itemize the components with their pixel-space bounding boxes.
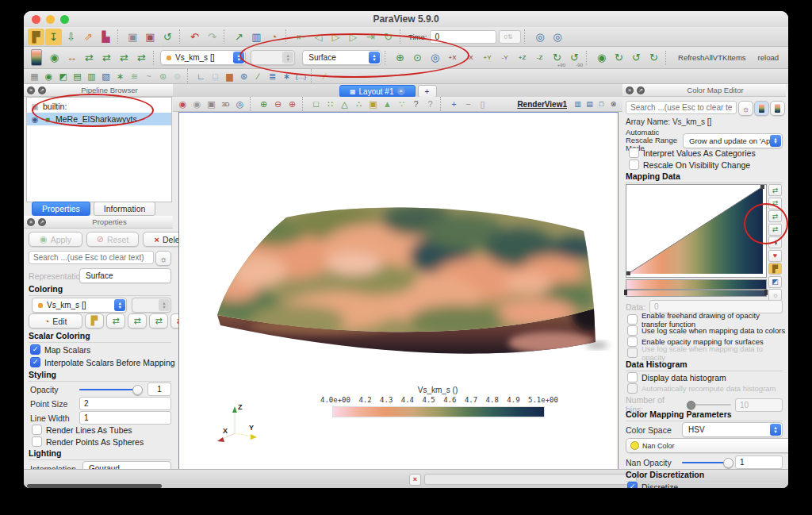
color-transfer-strip[interactable] (626, 279, 767, 290)
cme-search-input[interactable] (626, 101, 737, 114)
transfer-function-plot[interactable] (626, 184, 767, 278)
title-bar[interactable]: ParaView 5.9.0 (24, 11, 788, 28)
rescale-data-range-button[interactable]: ⇄ (106, 313, 125, 329)
probe-location-icon[interactable]: ∟ (194, 70, 208, 83)
zoom-to-data-icon[interactable]: ◎ (531, 29, 548, 45)
import-data-icon[interactable]: ⇩ (63, 29, 79, 45)
next-frame-icon[interactable]: ▷ (345, 29, 362, 45)
import-preset-icon[interactable]: ▛ (768, 263, 782, 275)
log-scale-colors-checkbox[interactable]: Use log scale when mapping data to color… (627, 325, 785, 336)
render-lines-tubes-checkbox[interactable]: Render Lines As Tubes (32, 425, 132, 435)
log-scale-opacity-checkbox[interactable]: Use log scale when mapping data to opaci… (627, 348, 786, 358)
group-datasets-icon[interactable]: ⊚ (156, 70, 170, 83)
reset-range-icon[interactable]: ↔ (63, 49, 80, 66)
save-data-icon[interactable]: ↧ (45, 29, 62, 45)
clip-icon[interactable]: ◩ (56, 70, 70, 83)
plot-over-time-icon[interactable]: ⊛ (237, 70, 251, 83)
bins-slider[interactable] (687, 400, 731, 409)
play-icon[interactable]: ▷ (327, 29, 344, 45)
set-view-minus-y-icon[interactable]: -Y (496, 49, 513, 66)
reset-camera-icon[interactable]: ⊕ (392, 49, 408, 66)
rescale-visible-range-icon[interactable]: ⇄ (768, 224, 782, 236)
previous-frame-icon[interactable]: ◁ (310, 29, 327, 45)
set-view-minus-z-icon[interactable]: -Z (531, 49, 548, 66)
contour-icon[interactable]: ◉ (42, 70, 56, 83)
first-frame-icon[interactable]: ⇤ (293, 29, 309, 45)
edit-colormap-icon[interactable] (770, 101, 785, 116)
representation-dropdown[interactable]: Surface ▲▼ (302, 50, 381, 65)
connect-server-icon[interactable]: ▣ (124, 29, 141, 45)
rescale-temporal-range-icon[interactable]: ⇄ (768, 210, 782, 222)
close-tab-icon[interactable]: × (397, 87, 405, 95)
pipeline-item-builtin[interactable]: ▣ builtin: (27, 100, 171, 113)
zoom-to-box-icon[interactable]: ◎ (427, 49, 443, 66)
source-icon[interactable]: ↗ (231, 29, 247, 45)
edit-color-map-button[interactable]: ◔Edit (29, 313, 82, 329)
select-cells-poly-icon[interactable]: △ (338, 98, 351, 111)
manage-presets-icon[interactable]: ◩ (768, 276, 782, 288)
undo-icon[interactable]: ↶ (186, 29, 203, 45)
split-vertical-icon[interactable]: ▤ (584, 98, 596, 110)
glyph-icon[interactable]: ∗ (113, 70, 127, 83)
display-histogram-checkbox[interactable]: Display data histogram (627, 372, 726, 382)
extract-selection-icon[interactable]: □ (209, 70, 222, 83)
choose-preset-button[interactable]: ▛ (85, 313, 104, 329)
add-annotation-icon[interactable]: + (447, 98, 461, 111)
frame-stepper[interactable]: 0⇅ (499, 30, 521, 44)
rescale-data-range-icon[interactable]: ⇄ (81, 49, 98, 66)
set-view-minus-x-icon[interactable]: -X (462, 49, 478, 66)
hover-cells-icon[interactable]: ? (409, 98, 423, 111)
interactive-select-cells-icon[interactable]: ▲ (381, 98, 394, 111)
coloring-component-dropdown[interactable]: ▲▼ (132, 298, 171, 313)
rescale-custom-range-icon[interactable]: ⇄ (98, 49, 115, 66)
refresh-all-vtk-items-button[interactable]: RefreshAllVTKItems (672, 52, 752, 63)
split-horizontal-icon[interactable]: ▥ (572, 98, 584, 110)
coloring-array-dropdown[interactable]: Vs_km_s [] ▲▼ (32, 298, 127, 313)
component-dropdown[interactable]: ▲▼ (251, 50, 295, 65)
render-points-spheres-checkbox[interactable]: Render Points As Spheres (32, 436, 144, 447)
toggle-2d3d-icon[interactable]: 3D (219, 98, 232, 111)
calculator-icon[interactable]: ▦ (28, 70, 41, 83)
extract-subset-icon[interactable]: ▧ (99, 70, 113, 83)
legend-color-bar[interactable] (332, 406, 545, 417)
chart-icon[interactable]: ▙ (98, 29, 114, 45)
representation-dropdown-panel[interactable]: Surface (79, 268, 171, 283)
hover-points-icon[interactable]: ? (423, 98, 437, 111)
maximize-view-icon[interactable]: □ (596, 98, 607, 110)
select-block-icon[interactable]: ▣ (366, 98, 380, 111)
close-view-icon[interactable]: ⊗ (607, 98, 619, 110)
set-view-plus-y-icon[interactable]: +Y (479, 49, 496, 66)
hide-center-icon[interactable]: ⊖ (271, 98, 285, 111)
zoom-closest-icon[interactable]: ◎ (549, 29, 565, 45)
loop-icon[interactable]: ↻ (380, 29, 396, 45)
reset-button[interactable]: ⊘Reset (86, 232, 139, 247)
warp-by-scalar-icon[interactable]: ~ (142, 70, 155, 83)
record-icon[interactable]: ▣ (205, 98, 218, 111)
programmable-filter-icon[interactable]: {…} (294, 70, 308, 83)
interpret-categories-checkbox[interactable]: Interpret Values As Categories (629, 148, 756, 158)
threshold-icon[interactable]: ▥ (85, 70, 98, 83)
export-scene-icon[interactable]: ⇗ (80, 29, 97, 45)
opacity-value[interactable]: 1 (147, 382, 171, 396)
redo-icon[interactable]: ↷ (204, 29, 220, 45)
select-cells-rect-icon[interactable]: □ (309, 98, 323, 111)
strip-handle-left[interactable] (624, 290, 627, 295)
tab-information[interactable]: Information (94, 202, 156, 216)
invert-transfer-functions-icon[interactable]: ◑ (768, 236, 782, 248)
color-array-dropdown[interactable]: Vs_km_s [] ▲▼ (160, 50, 246, 65)
rotate-90-ccw-icon[interactable]: ↺-90 (566, 49, 583, 66)
cme-search-gear-icon[interactable]: ☼ (738, 101, 753, 116)
properties-search-input[interactable] (29, 251, 154, 264)
set-view-plus-z-icon[interactable]: +Z (514, 49, 530, 66)
float-panel-icon[interactable]: ↗ (637, 86, 645, 94)
rescale-temporal-range-icon[interactable]: ⇄ (116, 49, 132, 66)
float-panel-icon[interactable]: ↗ (38, 218, 46, 226)
show-colormap-list-icon[interactable] (754, 101, 769, 116)
reload-button[interactable]: reload (753, 52, 784, 63)
edit-colormap-icon[interactable]: ◉ (46, 49, 63, 66)
delete-annotation-icon[interactable]: ▯ (476, 98, 489, 111)
zoom-to-data-icon[interactable]: ⊙ (409, 49, 426, 66)
map-scalars-checkbox[interactable]: Map Scalars (30, 344, 90, 355)
slice-icon[interactable]: ▤ (71, 70, 84, 83)
color-space-dropdown[interactable]: HSV ▲▼ (682, 422, 783, 437)
